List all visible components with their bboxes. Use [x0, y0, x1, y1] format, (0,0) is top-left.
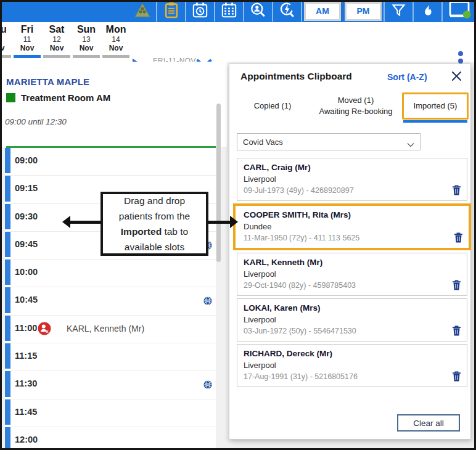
appointment-clock-button[interactable] [185, 1, 214, 22]
appointment-slot-1145[interactable]: 11:45 [5, 399, 216, 427]
day-label: Nov [12, 44, 42, 53]
day-label: Thu [0, 23, 12, 35]
slot-color-bar [5, 232, 10, 257]
session-hours: 09:00 until 12:30 [5, 117, 67, 126]
appointment-slot-1130[interactable]: 11:30 [5, 371, 216, 399]
am-toggle-label: AM [304, 2, 341, 21]
tab-copied[interactable]: Copied (1) [236, 92, 310, 120]
app-window: AM PM Thu10NovFri11NovSat12NovSun13NovMo… [0, 0, 476, 450]
patient-city: Liverpool [244, 314, 461, 325]
day-strip: Thu10NovFri11NovSat12NovSun13NovMon14Nov [0, 23, 131, 58]
date-navigation-bar: Thu10NovFri11NovSat12NovSun13NovMon14Nov… [0, 22, 476, 62]
hazard-triangle-button[interactable] [128, 1, 156, 22]
patient-card[interactable]: COOPER SMITH, Rita (Mrs)Dundee11-Mar-195… [233, 203, 471, 250]
sort-az-button[interactable]: Sort (A-Z) [387, 72, 427, 82]
schedule-scrollbar[interactable] [216, 104, 221, 262]
appointment-clock-icon [192, 2, 208, 21]
tab-sublabel: Awaiting Re-booking [319, 106, 393, 117]
flame-button[interactable] [412, 1, 441, 22]
appointment-slot-1115[interactable]: 11:15 [5, 343, 216, 371]
clinician-name: MARIETTA MAPLE [6, 76, 89, 87]
day-label: 14 [101, 35, 131, 44]
clipboard-tabs: Copied (1)Moved (1)Awaiting Re-bookingIm… [236, 92, 469, 120]
calendar-icon [221, 2, 237, 21]
patient-card[interactable]: RICHARD, Dereck (Mr)Liverpool17-Aug-1991… [237, 344, 467, 387]
tab-label: Copied (1) [254, 100, 292, 112]
slot-color-bar [5, 176, 10, 201]
panel-title: Appointments Clipboard [240, 71, 352, 82]
appointment-slot-1000[interactable]: 10:00 [5, 260, 216, 287]
slot-time: 09:45 [15, 239, 38, 249]
slot-time: 10:00 [15, 267, 38, 277]
slot-time: 11:15 [15, 351, 37, 361]
clear-all-button[interactable]: Clear all [397, 414, 460, 432]
day-label: Fri [12, 23, 42, 35]
day-column-mon[interactable]: Mon14Nov [101, 23, 131, 58]
patient-name: CARL, Craig (Mr) [244, 162, 461, 173]
refresh-search-button[interactable] [272, 1, 301, 22]
slot-color-bar [5, 371, 10, 396]
pm-toggle[interactable]: PM [343, 1, 384, 22]
patient-card[interactable]: CARL, Craig (Mr)Liverpool09-Jul-1973 (49… [237, 158, 467, 201]
patient-city: Dundee [244, 221, 461, 232]
slot-time: 11:45 [15, 407, 37, 417]
delete-trash-icon[interactable] [454, 232, 463, 243]
slot-color-bar [5, 399, 10, 425]
day-column-thu[interactable]: Thu10Nov [0, 23, 12, 58]
day-label: Nov [101, 44, 131, 53]
slot-time: 11:30 [15, 378, 37, 388]
slot-patient-name: KARL, Kenneth (Mr) [67, 324, 144, 333]
appointment-slot-1045[interactable]: 10:45 [5, 287, 216, 315]
slot-color-bar [5, 148, 10, 173]
appointment-slot-0900[interactable]: 09:00 [5, 148, 216, 176]
annotation-line: available slots [125, 239, 184, 255]
patient-alert-icon: x [38, 322, 51, 338]
tab-label: Moved (1) [338, 95, 374, 106]
clipboard-filter-select[interactable]: Covid Vacs [237, 133, 421, 150]
tab-moved[interactable]: Moved (1)Awaiting Re-booking [310, 92, 402, 120]
day-label: Sat [42, 23, 72, 35]
slot-time: 09:30 [15, 211, 38, 221]
patient-search-button[interactable] [243, 1, 272, 22]
web-bookable-globe-icon [203, 380, 212, 391]
day-label: 12 [42, 35, 72, 44]
patient-card[interactable]: KARL, Kenneth (Mr)Liverpool29-Oct-1940 (… [237, 253, 467, 296]
close-icon[interactable] [451, 71, 462, 84]
appointments-clipboard-panel: Appointments Clipboard Sort (A-Z) Copied… [229, 63, 471, 440]
slot-time: 09:00 [15, 155, 38, 165]
patient-details: 29-Oct-1940 (82y) - 4598785403 [244, 280, 461, 292]
delete-trash-icon[interactable] [452, 325, 461, 336]
day-column-sat[interactable]: Sat12Nov [42, 23, 72, 58]
day-column-fri[interactable]: Fri11Nov [12, 23, 42, 58]
appointment-slot-1100[interactable]: 11:00xKARL, Kenneth (Mr) [5, 316, 216, 343]
day-label: Mon [101, 23, 131, 35]
patient-city: Liverpool [244, 268, 461, 280]
day-column-sun[interactable]: Sun13Nov [72, 23, 101, 58]
flame-icon [421, 2, 435, 20]
delete-trash-icon[interactable] [452, 280, 461, 290]
am-toggle[interactable]: AM [301, 1, 343, 22]
slot-time: 09:15 [15, 183, 38, 193]
chevron-down-icon [407, 140, 414, 149]
pm-toggle-label: PM [345, 2, 382, 21]
patient-city: Liverpool [244, 359, 461, 371]
clipboard-button[interactable] [156, 1, 185, 22]
tab-imported[interactable]: Imported (5) [402, 92, 469, 120]
delete-trash-icon[interactable] [452, 371, 461, 382]
appointment-slot-1200[interactable]: 12:00 [5, 427, 216, 450]
day-label: Sun [72, 23, 101, 35]
patient-card-list: CARL, Craig (Mr)Liverpool09-Jul-1973 (49… [237, 158, 467, 390]
slot-time: 10:45 [15, 295, 38, 305]
slot-color-bar [5, 260, 10, 285]
patient-details: 11-Mar-1950 (72y) - 411 113 5625 [244, 232, 461, 244]
patient-name: KARL, Kenneth (Mr) [244, 256, 461, 268]
schedule-header: MARIETTA MAPLE Treatment Room AM 09:00 u… [0, 62, 227, 147]
web-bookable-globe-icon [203, 297, 212, 308]
patient-card[interactable]: LOKAI, Karen (Mrs)Liverpool03-Jun-1972 (… [237, 298, 467, 342]
session-row: Treatment Room AM [6, 92, 110, 103]
filter-button[interactable] [384, 1, 412, 22]
slot-color-bar [5, 316, 10, 341]
delete-trash-icon[interactable] [452, 185, 461, 195]
calendar-button[interactable] [214, 1, 243, 22]
monitor-status-button[interactable] [441, 1, 476, 22]
